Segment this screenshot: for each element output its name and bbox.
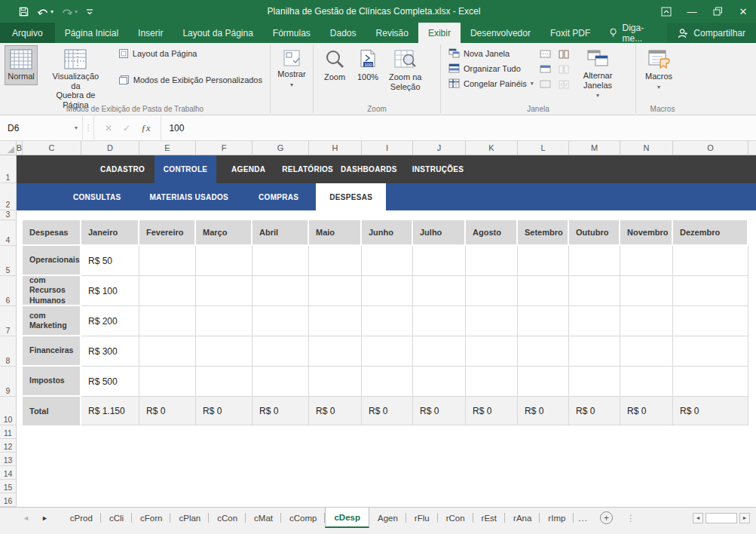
cell[interactable] <box>196 367 253 397</box>
cell[interactable] <box>518 246 569 276</box>
cell[interactable] <box>253 246 309 276</box>
column-header-f[interactable]: F <box>196 141 253 155</box>
row-header-14[interactable]: 14 <box>0 466 16 480</box>
nav-compras[interactable]: COMPRAS <box>259 183 298 210</box>
header-cell[interactable]: Janeiro <box>81 220 139 246</box>
sheet-tab-rimp[interactable]: rImp <box>540 508 574 528</box>
new-window-button[interactable]: Nova Janela <box>445 47 537 60</box>
column-header-j[interactable]: J <box>413 141 466 155</box>
row-label[interactable]: Total <box>23 397 81 425</box>
cell[interactable] <box>413 367 466 397</box>
row-label[interactable]: com Marketing <box>23 306 81 336</box>
unhide-window-button[interactable] <box>539 78 552 90</box>
synchronous-scrolling-button[interactable] <box>557 63 571 75</box>
row-header-11[interactable]: 11 <box>0 425 16 439</box>
cell[interactable]: R$ 0 <box>518 397 569 425</box>
cell[interactable] <box>466 306 518 336</box>
cell[interactable] <box>309 276 362 306</box>
tab-foxit-pdf[interactable]: Foxit PDF <box>540 23 600 43</box>
cell[interactable] <box>139 336 196 367</box>
undo-button[interactable]: ▾ <box>37 6 54 17</box>
ribbon-display-options-button[interactable] <box>653 0 679 23</box>
cell[interactable] <box>569 276 620 306</box>
column-header-b[interactable]: B <box>17 141 23 155</box>
cell[interactable] <box>518 306 569 336</box>
cell[interactable]: R$ 0 <box>139 397 196 425</box>
cell[interactable] <box>253 306 309 336</box>
cell[interactable] <box>362 367 413 397</box>
cell[interactable]: R$ 0 <box>620 397 673 425</box>
nav-dashboards[interactable]: DASHBOARDS <box>341 155 397 183</box>
tab-exibir[interactable]: Exibir <box>418 23 461 43</box>
hide-window-button[interactable] <box>539 63 552 75</box>
cell[interactable] <box>466 246 518 276</box>
row-label[interactable]: Impostos <box>23 367 81 397</box>
column-header-o[interactable]: O <box>673 141 748 155</box>
scrollbar-thumb[interactable] <box>705 513 737 523</box>
row-header-5[interactable]: 5 <box>0 246 16 276</box>
column-header-m[interactable]: M <box>569 141 620 155</box>
row-header-16[interactable]: 16 <box>0 493 16 507</box>
nav-cadastro[interactable]: CADASTRO <box>100 155 145 183</box>
tab-arquivo[interactable]: Arquivo <box>0 23 55 43</box>
cell[interactable]: R$ 300 <box>81 336 139 367</box>
zoom-button[interactable]: Zoom <box>318 45 351 86</box>
arrange-all-button[interactable]: Organizar Tudo <box>445 62 537 75</box>
custom-views-button[interactable]: Modos de Exibição Personalizados <box>115 73 265 87</box>
tab-formulas[interactable]: Fórmulas <box>263 23 320 43</box>
cell[interactable] <box>413 306 466 336</box>
close-button[interactable]: ✕ <box>730 0 756 23</box>
column-header-n[interactable]: N <box>620 141 673 155</box>
sheet-tab-rest[interactable]: rEst <box>473 508 505 528</box>
cell[interactable] <box>196 276 253 306</box>
name-box[interactable]: D6 ▾ <box>0 115 83 140</box>
scroll-left-icon[interactable]: ◄ <box>693 513 703 523</box>
header-cell[interactable]: Dezembro <box>673 220 748 246</box>
tab-dados[interactable]: Dados <box>320 23 366 43</box>
sheet-tab-ccomp[interactable]: cComp <box>281 508 325 528</box>
show-button[interactable]: Mostrar ▾ <box>275 45 308 92</box>
minimize-button[interactable]: — <box>679 0 705 23</box>
cell[interactable]: R$ 0 <box>569 397 620 425</box>
tell-me-button[interactable]: Diga-me... <box>600 23 667 43</box>
switch-windows-button[interactable]: Alternar Janelas ▾ <box>579 45 617 103</box>
cell[interactable] <box>673 367 748 397</box>
cell[interactable] <box>362 306 413 336</box>
cell[interactable] <box>139 276 196 306</box>
cell[interactable] <box>139 306 196 336</box>
cell[interactable] <box>673 246 748 276</box>
new-sheet-button[interactable]: + <box>600 511 613 524</box>
cell[interactable] <box>309 367 362 397</box>
cell[interactable]: R$ 100 <box>81 276 139 306</box>
cell[interactable] <box>569 367 620 397</box>
macros-button[interactable]: Macros ▾ <box>641 45 677 94</box>
cell[interactable] <box>309 246 362 276</box>
cell[interactable] <box>518 336 569 367</box>
normal-view-button[interactable]: Normal <box>5 45 38 85</box>
freeze-panes-button[interactable]: Congelar Painéis ▾ <box>445 77 537 90</box>
redo-button[interactable]: ▾ <box>61 6 78 17</box>
formula-input[interactable]: 100 <box>161 115 756 140</box>
restore-button[interactable] <box>705 0 730 23</box>
column-header-e[interactable]: E <box>139 141 196 155</box>
scroll-right-icon[interactable]: ► <box>739 513 750 523</box>
reset-window-position-button[interactable] <box>557 78 571 90</box>
cancel-entry-button[interactable]: ✕ <box>105 123 112 134</box>
row-header-2[interactable]: 2 <box>0 183 16 210</box>
cell[interactable] <box>518 276 569 306</box>
row-header-15[interactable]: 15 <box>0 480 16 493</box>
row-header-1[interactable]: 1 <box>0 155 16 183</box>
cell[interactable] <box>569 306 620 336</box>
view-side-by-side-button[interactable] <box>557 48 571 60</box>
cell[interactable]: R$ 0 <box>196 397 253 425</box>
cell[interactable] <box>620 276 673 306</box>
sheet-tab-rana[interactable]: rAna <box>505 508 540 528</box>
cell[interactable]: R$ 0 <box>309 397 362 425</box>
nav-despesas[interactable]: DESPESAS <box>316 183 386 210</box>
cell[interactable] <box>253 276 309 306</box>
confirm-entry-button[interactable]: ✓ <box>123 123 130 134</box>
tab-revisao[interactable]: Revisão <box>366 23 418 43</box>
cell[interactable]: R$ 0 <box>466 397 518 425</box>
sheet-scroll-left-button[interactable]: ◄ <box>23 514 29 522</box>
row-label[interactable]: Financeiras <box>23 336 81 367</box>
